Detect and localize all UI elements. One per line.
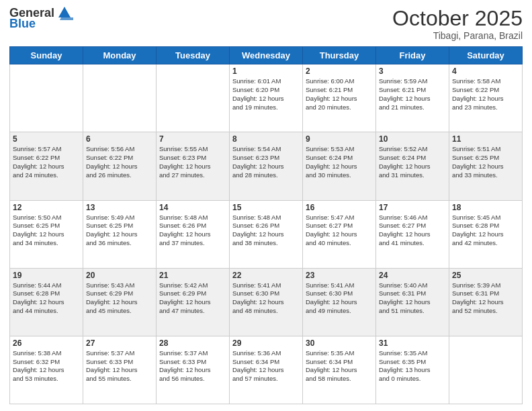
page: General Blue October 2025 Tibagi, Parana… [0, 0, 532, 411]
day-number: 25 [452, 271, 519, 280]
weekday-header-sunday: Sunday [10, 47, 83, 64]
day-number: 9 [306, 134, 373, 144]
calendar-cell: 27Sunrise: 5:37 AM Sunset: 6:33 PM Dayli… [83, 336, 157, 404]
day-number: 31 [379, 338, 446, 348]
calendar-cell: 9Sunrise: 5:53 AM Sunset: 6:24 PM Daylig… [303, 132, 376, 200]
calendar-cell: 15Sunrise: 5:48 AM Sunset: 6:26 PM Dayli… [230, 200, 303, 268]
calendar-week-5: 26Sunrise: 5:38 AM Sunset: 6:32 PM Dayli… [10, 336, 523, 404]
day-info: Sunrise: 5:48 AM Sunset: 6:26 PM Dayligh… [232, 214, 300, 248]
calendar-cell: 31Sunrise: 5:35 AM Sunset: 6:35 PM Dayli… [376, 336, 449, 404]
day-number: 1 [232, 66, 300, 76]
day-number: 15 [232, 203, 300, 212]
day-info: Sunrise: 5:56 AM Sunset: 6:22 PM Dayligh… [86, 145, 153, 179]
calendar-cell: 8Sunrise: 5:54 AM Sunset: 6:23 PM Daylig… [230, 132, 303, 200]
day-number: 23 [306, 271, 373, 280]
day-number: 22 [232, 271, 300, 280]
day-info: Sunrise: 5:35 AM Sunset: 6:35 PM Dayligh… [379, 349, 446, 383]
day-info: Sunrise: 5:36 AM Sunset: 6:34 PM Dayligh… [232, 349, 300, 383]
calendar-week-3: 12Sunrise: 5:50 AM Sunset: 6:25 PM Dayli… [10, 200, 523, 268]
logo-icon [56, 5, 73, 20]
day-info: Sunrise: 5:53 AM Sunset: 6:24 PM Dayligh… [306, 145, 373, 179]
day-info: Sunrise: 5:47 AM Sunset: 6:27 PM Dayligh… [306, 214, 373, 248]
calendar-week-1: 1Sunrise: 6:01 AM Sunset: 6:20 PM Daylig… [10, 64, 523, 132]
day-number: 30 [306, 338, 373, 348]
calendar-cell: 26Sunrise: 5:38 AM Sunset: 6:32 PM Dayli… [10, 336, 83, 404]
day-number: 11 [452, 134, 519, 144]
day-info: Sunrise: 5:50 AM Sunset: 6:25 PM Dayligh… [13, 214, 80, 248]
day-info: Sunrise: 5:55 AM Sunset: 6:23 PM Dayligh… [159, 145, 226, 179]
day-info: Sunrise: 5:44 AM Sunset: 6:28 PM Dayligh… [13, 281, 80, 316]
calendar-cell: 13Sunrise: 5:49 AM Sunset: 6:25 PM Dayli… [83, 200, 157, 268]
calendar-cell: 6Sunrise: 5:56 AM Sunset: 6:22 PM Daylig… [83, 132, 157, 200]
calendar-cell: 7Sunrise: 5:55 AM Sunset: 6:23 PM Daylig… [157, 132, 230, 200]
weekday-header-thursday: Thursday [303, 47, 376, 64]
calendar-cell: 25Sunrise: 5:39 AM Sunset: 6:31 PM Dayli… [449, 268, 523, 336]
calendar-cell: 28Sunrise: 5:37 AM Sunset: 6:33 PM Dayli… [157, 336, 230, 404]
day-number: 10 [379, 134, 446, 144]
month-title: October 2025 [392, 7, 523, 30]
calendar-cell: 24Sunrise: 5:40 AM Sunset: 6:31 PM Dayli… [376, 268, 449, 336]
day-info: Sunrise: 5:48 AM Sunset: 6:26 PM Dayligh… [159, 214, 226, 248]
day-number: 27 [86, 338, 153, 348]
day-info: Sunrise: 5:51 AM Sunset: 6:25 PM Dayligh… [452, 145, 519, 179]
calendar-cell [83, 64, 157, 132]
calendar-cell: 5Sunrise: 5:57 AM Sunset: 6:22 PM Daylig… [10, 132, 83, 200]
day-number: 4 [452, 66, 519, 76]
calendar-cell: 22Sunrise: 5:41 AM Sunset: 6:30 PM Dayli… [230, 268, 303, 336]
day-number: 14 [159, 203, 226, 212]
day-number: 12 [13, 203, 80, 212]
day-info: Sunrise: 5:46 AM Sunset: 6:27 PM Dayligh… [379, 214, 446, 248]
weekday-header-row: SundayMondayTuesdayWednesdayThursdayFrid… [10, 47, 523, 64]
day-number: 6 [86, 134, 153, 144]
day-number: 7 [159, 134, 226, 144]
calendar-cell [10, 64, 83, 132]
calendar-cell: 14Sunrise: 5:48 AM Sunset: 6:26 PM Dayli… [157, 200, 230, 268]
weekday-header-friday: Friday [376, 47, 449, 64]
calendar-week-2: 5Sunrise: 5:57 AM Sunset: 6:22 PM Daylig… [10, 132, 523, 200]
weekday-header-saturday: Saturday [449, 47, 523, 64]
calendar-cell: 23Sunrise: 5:41 AM Sunset: 6:30 PM Dayli… [303, 268, 376, 336]
day-info: Sunrise: 5:57 AM Sunset: 6:22 PM Dayligh… [13, 145, 80, 179]
calendar-cell: 20Sunrise: 5:43 AM Sunset: 6:29 PM Dayli… [83, 268, 157, 336]
day-info: Sunrise: 5:37 AM Sunset: 6:33 PM Dayligh… [86, 349, 153, 383]
day-info: Sunrise: 6:01 AM Sunset: 6:20 PM Dayligh… [232, 77, 300, 111]
day-info: Sunrise: 5:38 AM Sunset: 6:32 PM Dayligh… [13, 349, 80, 383]
calendar-cell: 12Sunrise: 5:50 AM Sunset: 6:25 PM Dayli… [10, 200, 83, 268]
calendar-cell: 10Sunrise: 5:52 AM Sunset: 6:24 PM Dayli… [376, 132, 449, 200]
day-info: Sunrise: 5:40 AM Sunset: 6:31 PM Dayligh… [379, 281, 446, 316]
weekday-header-monday: Monday [83, 47, 157, 64]
day-number: 16 [306, 203, 373, 212]
header: General Blue October 2025 Tibagi, Parana… [9, 7, 523, 41]
day-number: 2 [306, 66, 373, 76]
calendar-cell: 29Sunrise: 5:36 AM Sunset: 6:34 PM Dayli… [230, 336, 303, 404]
day-number: 13 [86, 203, 153, 212]
calendar-week-4: 19Sunrise: 5:44 AM Sunset: 6:28 PM Dayli… [10, 268, 523, 336]
day-info: Sunrise: 6:00 AM Sunset: 6:21 PM Dayligh… [306, 77, 373, 111]
day-number: 29 [232, 338, 300, 348]
day-number: 18 [452, 203, 519, 212]
calendar-cell: 19Sunrise: 5:44 AM Sunset: 6:28 PM Dayli… [10, 268, 83, 336]
day-number: 3 [379, 66, 446, 76]
calendar-table: SundayMondayTuesdayWednesdayThursdayFrid… [9, 46, 523, 404]
weekday-header-tuesday: Tuesday [157, 47, 230, 64]
weekday-header-wednesday: Wednesday [230, 47, 303, 64]
day-info: Sunrise: 5:45 AM Sunset: 6:28 PM Dayligh… [452, 214, 519, 248]
day-info: Sunrise: 5:42 AM Sunset: 6:29 PM Dayligh… [159, 281, 226, 316]
calendar-cell [157, 64, 230, 132]
title-area: October 2025 Tibagi, Parana, Brazil [392, 7, 523, 41]
day-info: Sunrise: 5:37 AM Sunset: 6:33 PM Dayligh… [159, 349, 226, 383]
calendar-cell: 11Sunrise: 5:51 AM Sunset: 6:25 PM Dayli… [449, 132, 523, 200]
day-info: Sunrise: 5:58 AM Sunset: 6:22 PM Dayligh… [452, 77, 519, 111]
day-number: 28 [159, 338, 226, 348]
logo: General Blue [9, 7, 73, 31]
calendar-cell: 3Sunrise: 5:59 AM Sunset: 6:21 PM Daylig… [376, 64, 449, 132]
day-number: 17 [379, 203, 446, 212]
calendar-cell [449, 336, 523, 404]
day-number: 19 [13, 271, 80, 280]
day-number: 26 [13, 338, 80, 348]
calendar-cell: 1Sunrise: 6:01 AM Sunset: 6:20 PM Daylig… [230, 64, 303, 132]
calendar-cell: 30Sunrise: 5:35 AM Sunset: 6:34 PM Dayli… [303, 336, 376, 404]
day-info: Sunrise: 5:54 AM Sunset: 6:23 PM Dayligh… [232, 145, 300, 179]
calendar-cell: 17Sunrise: 5:46 AM Sunset: 6:27 PM Dayli… [376, 200, 449, 268]
calendar-cell: 21Sunrise: 5:42 AM Sunset: 6:29 PM Dayli… [157, 268, 230, 336]
